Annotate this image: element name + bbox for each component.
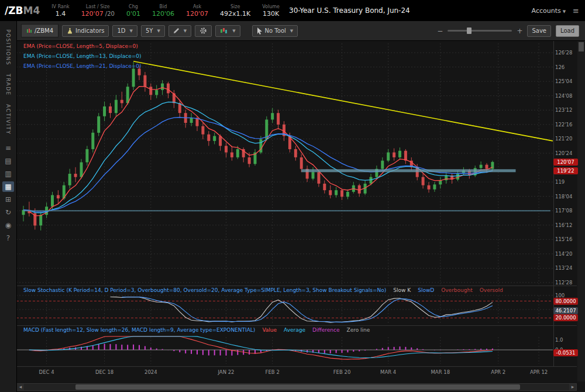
pane-divider[interactable] — [16, 325, 577, 326]
header-stat: Size492x1.1K — [220, 4, 250, 18]
candle — [51, 195, 54, 207]
date-axis-label: DEC 4 — [39, 369, 54, 375]
legend-item: Difference — [312, 327, 339, 333]
load-button[interactable]: Load — [556, 25, 579, 37]
candle — [335, 190, 338, 195]
candles-group — [22, 62, 494, 231]
timeframe-dropdown[interactable]: 1D▼ — [112, 25, 137, 37]
stat-label: Ask — [186, 4, 208, 9]
legend-item: Zero line — [346, 327, 370, 333]
stat-value: 1.4 — [51, 10, 69, 18]
sidebar-tab-trade[interactable]: TRADE — [5, 74, 11, 96]
tool-dropdown[interactable]: No Tool▼ — [252, 25, 298, 37]
stoch-study-label: Slow Stochastic (K Period=14, D Period=3… — [23, 287, 386, 293]
candle — [486, 165, 488, 169]
candle — [85, 149, 88, 163]
candle — [225, 146, 228, 152]
candle — [138, 68, 141, 75]
pane-divider — [16, 366, 577, 367]
symbol-suffix: M4 — [23, 5, 40, 16]
ema-study-label: EMA (Price=CLOSE, Length=21, Displace=0) — [23, 63, 142, 69]
macd-study-label: MACD (Fast length=12, Slow length=26, MA… — [23, 327, 255, 333]
date-axis-label: APR 12 — [530, 369, 548, 375]
ema-line-5 — [23, 87, 493, 216]
header-menu-icon[interactable]: ≡ — [573, 6, 579, 15]
date-axis-label: JAN 22 — [218, 369, 234, 375]
scroll-right-arrow[interactable]: ▸ — [569, 384, 576, 390]
pane-divider[interactable] — [16, 286, 577, 286]
candle — [57, 195, 60, 199]
candle — [248, 157, 251, 164]
candle — [68, 174, 71, 185]
chart-area[interactable]: ◂ ▸ 126'28126125'04124'08123'12122'16121… — [16, 41, 585, 392]
candle — [190, 118, 193, 123]
candle — [312, 172, 315, 178]
stat-label: IV Rank — [51, 4, 69, 9]
header-stat: Volume130K — [262, 4, 280, 18]
chart-tab[interactable]: /ZBM4 — [21, 24, 58, 37]
price-axis-label: 119 — [555, 179, 565, 185]
sidebar-apps-icon[interactable]: ⊞ — [2, 194, 14, 205]
stat-value: 0'01 — [126, 10, 140, 18]
price-axis-label: 117'08 — [555, 208, 572, 214]
price-axis-label: 114'20 — [555, 251, 572, 257]
candle — [143, 75, 146, 87]
date-axis-label: FEB 2 — [266, 369, 280, 375]
indicators-button[interactable]: Indicators — [62, 25, 109, 37]
stoch-legend-row: Slow Stochastic (K Period=14, D Period=3… — [23, 287, 503, 293]
candle — [387, 153, 390, 161]
price-axis-label: 112'28 — [555, 280, 572, 286]
chart-panel: /ZBM4 Indicators 1D▼ 5Y▼ ▼ ▼ No Tool▼ − … — [16, 21, 585, 392]
candle — [358, 185, 361, 194]
app-header: /ZBM4 IV Rank1.4Last / Size120'07 /20Chg… — [0, 0, 585, 21]
sidebar-chart-icon[interactable]: ▦ — [2, 181, 14, 192]
horizontal-scrollbar[interactable]: ◂ ▸ — [16, 383, 577, 391]
zoom-slider[interactable] — [448, 30, 512, 32]
price-axis-label: 116'12 — [555, 222, 572, 228]
stat-value: 130K — [262, 10, 280, 18]
candle — [433, 184, 436, 189]
vertical-scroll-thumb[interactable] — [579, 42, 584, 51]
cursor-icon — [257, 27, 263, 35]
save-button[interactable]: Save — [527, 25, 551, 37]
sidebar-grid-list-icon[interactable]: ▤ — [2, 156, 14, 166]
price-bubble: 119'22 — [553, 167, 578, 174]
candle — [213, 136, 216, 141]
settings-button[interactable] — [195, 25, 212, 37]
chevron-down-icon: ▼ — [184, 29, 187, 33]
stoch-value-bubble: 80.0000 — [553, 298, 578, 305]
sidebar-community-icon[interactable]: ◉ — [2, 220, 14, 231]
candle — [346, 192, 349, 197]
legend-item: SlowD — [418, 287, 434, 293]
sidebar-watchlist-icon[interactable]: ≡ — [2, 143, 14, 153]
candle — [219, 136, 222, 146]
price-bubble: 120'07 — [553, 159, 578, 166]
sidebar-tab-positions[interactable]: POSITIONS — [5, 29, 11, 66]
stat-label: Chg — [126, 4, 140, 9]
sidebar-history-icon[interactable]: ↻ — [2, 207, 14, 218]
accounts-dropdown[interactable]: Accounts▼ — [532, 7, 566, 15]
candle — [109, 106, 112, 113]
mini-chart-icon — [26, 28, 32, 34]
date-axis-label: 2024 — [144, 369, 157, 375]
sidebar-tab-activity[interactable]: ACTIVITY — [5, 104, 11, 135]
zoom-slider-thumb[interactable] — [467, 27, 472, 34]
vertical-scrollbar[interactable] — [577, 41, 585, 381]
candle — [80, 162, 83, 177]
stat-value: 120'06 — [152, 10, 174, 18]
zoom-out-button[interactable]: − — [437, 27, 443, 35]
scroll-left-arrow[interactable]: ◂ — [17, 384, 24, 390]
zoom-in-button[interactable]: + — [517, 27, 522, 35]
descending-trendline[interactable] — [133, 61, 553, 141]
sidebar-quotes-icon[interactable]: ▥ — [2, 169, 14, 179]
horizontal-scroll-thumb[interactable] — [75, 384, 520, 390]
date-axis-label: MAR 18 — [431, 369, 450, 375]
chevron-down-icon: ▼ — [157, 29, 160, 33]
macd-legend-row: MACD (Fast length=12, Slow length=26, MA… — [23, 327, 370, 333]
chart-style-icon — [220, 27, 228, 35]
gear-icon — [199, 27, 207, 35]
chart-style-dropdown[interactable]: ▼ — [215, 25, 240, 37]
sidebar-help-icon[interactable]: ? — [2, 233, 14, 243]
drawing-tools-dropdown[interactable]: ▼ — [168, 25, 191, 37]
range-dropdown[interactable]: 5Y▼ — [141, 25, 165, 37]
